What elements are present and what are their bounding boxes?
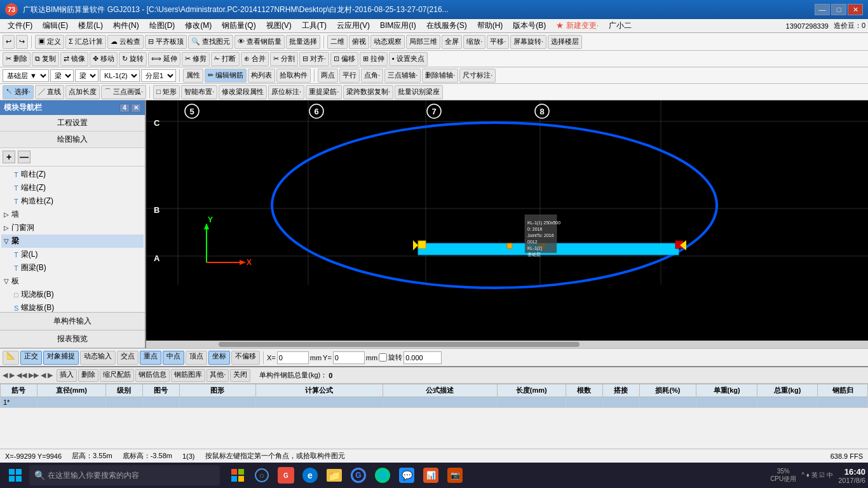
property-button[interactable]: 属性 [183, 69, 203, 83]
tree-item-qiang[interactable]: ▷ 墙 [1, 208, 144, 221]
dynamic-input-button[interactable]: 动态输入 [80, 351, 116, 365]
modify-beam-seg-button[interactable]: 修改梁段属性 [219, 85, 267, 99]
no-offset-button[interactable]: 不偏移 [231, 351, 260, 365]
tree-item-xjban[interactable]: □ 现浇板(B) [11, 288, 144, 301]
copy-button[interactable]: ⧉ 复制 [32, 52, 59, 66]
menu-tools[interactable]: 工具(T) [297, 19, 332, 32]
set-vertex-button[interactable]: ▪ 设置夹点 [389, 52, 428, 66]
rotate-button[interactable]: ↻ 旋转 [119, 52, 147, 66]
single-component-input-btn[interactable]: 单构件输入 [0, 313, 145, 330]
vertex-button[interactable]: 顶点 [186, 351, 207, 365]
report-preview-btn[interactable]: 报表预览 [0, 330, 145, 348]
menu-floor[interactable]: 楼层(L) [73, 19, 108, 32]
midpoint-button[interactable]: 中点 [163, 351, 184, 365]
beam-span-copy-button[interactable]: 梁跨数据复制· [343, 85, 393, 99]
menu-guangxiao[interactable]: 广小二 [604, 19, 637, 32]
canvas-hscrollbar[interactable] [146, 341, 868, 348]
taskbar-app-folder[interactable]: 📁 [323, 464, 346, 487]
align-top-button[interactable]: ⊟ 平齐板顶 [145, 35, 187, 49]
reextract-beam-button[interactable]: 重提梁筋· [306, 85, 342, 99]
taskbar-app-browser2[interactable]: 🌐 [371, 464, 394, 487]
tree-item-quanliang[interactable]: T 圈梁(B) [11, 261, 144, 274]
view-rebar-button[interactable]: 👁 查看钢筋量 [234, 35, 285, 49]
three-arc-button[interactable]: ⌒ 三点画弧· [101, 85, 146, 99]
taskbar-search[interactable]: 🔍 在这里输入你要搜索的内容 [29, 465, 220, 485]
delete-axis-button[interactable]: 删除辅轴· [422, 69, 458, 83]
taskbar-app-edge[interactable]: e [299, 464, 322, 487]
scale-rebar-btn[interactable]: 缩尺配筋 [100, 369, 134, 382]
point-angle-button[interactable]: 点角· [361, 69, 383, 83]
component-subtype-select[interactable]: 梁 [75, 69, 98, 82]
redo-button[interactable]: ↪ [16, 35, 28, 49]
rect-button[interactable]: □ 矩形 [153, 85, 180, 99]
ortho-button[interactable]: 正交 [20, 351, 42, 365]
smart-place-button[interactable]: 智能布置· [181, 85, 217, 99]
intersection-button[interactable]: 交点 [117, 351, 139, 365]
undo-button[interactable]: ↩ [3, 35, 15, 49]
menu-new-change[interactable]: ★ 新建变更· [551, 19, 604, 32]
taskbar-app-msg[interactable]: 💬 [395, 464, 418, 487]
menu-cloud[interactable]: 云应用(V) [332, 19, 375, 32]
rotate-input[interactable] [403, 351, 442, 364]
taskbar-app-google[interactable]: G [347, 464, 370, 487]
coordinate-button[interactable]: 坐标 [208, 351, 230, 365]
menu-component[interactable]: 构件(N) [108, 19, 144, 32]
rebar-table-wrapper[interactable]: 筋号 直径(mm) 级别 图号 图形 计算公式 公式描述 长度(mm) 根数 搭… [0, 384, 868, 449]
y-input[interactable] [333, 351, 365, 364]
split-button[interactable]: ✂ 分割 [270, 52, 298, 66]
menu-rebar-qty[interactable]: 钢筋量(Q) [217, 19, 261, 32]
endpoint-button[interactable]: 重点 [140, 351, 161, 365]
fullscreen-button[interactable]: 全屏 [442, 35, 462, 49]
menu-version[interactable]: 版本号(B) [508, 19, 551, 32]
project-settings-btn[interactable]: 工程设置 [0, 115, 145, 132]
menu-file[interactable]: 文件(F) [3, 19, 37, 32]
rebar-close-btn[interactable]: 关闭 [230, 369, 250, 382]
tree-item-lxban[interactable]: S 螺旋板(B) [11, 301, 144, 312]
offset-button[interactable]: ⊡ 偏移 [330, 52, 358, 66]
parallel-button[interactable]: 平行 [339, 69, 360, 83]
break-button[interactable]: ✁ 打断 [211, 52, 239, 66]
point-length-button[interactable]: 点加长度 [65, 85, 100, 99]
merge-button[interactable]: ⊕ 合并 [241, 52, 269, 66]
align-button[interactable]: ⊟ 对齐· [299, 52, 329, 66]
tree-item-menchuang[interactable]: ▷ 门窗洞 [1, 221, 144, 234]
cloud-check-button[interactable]: ☁ 云检查 [107, 35, 144, 49]
tree-item-liang[interactable]: ▽ 梁 [1, 234, 144, 248]
component-type-select[interactable]: 梁 [50, 69, 74, 82]
menu-view[interactable]: 视图(V) [261, 19, 297, 32]
nav-minus-btn[interactable]: — [18, 151, 31, 163]
move-button[interactable]: ✥ 移动 [90, 52, 118, 66]
tree-item-anzu[interactable]: T 暗柱(Z) [11, 168, 144, 181]
drawing-input-btn[interactable]: 绘图输入 [0, 132, 145, 148]
screen-rotate-button[interactable]: 屏幕旋转· [510, 35, 546, 49]
dimension-button[interactable]: 尺寸标注· [459, 69, 496, 83]
x-input[interactable] [277, 351, 309, 364]
tree-item-liang-l[interactable]: T 梁(L) [11, 248, 144, 261]
local-3d-button[interactable]: 局部三维 [406, 35, 440, 49]
pick-component-button[interactable]: 拾取构件 [276, 69, 311, 83]
find-element-button[interactable]: 🔍 查找图元 [188, 35, 233, 49]
line-button[interactable]: ╱ 直线 [35, 85, 64, 99]
component-list-button[interactable]: 构列表 [248, 69, 275, 83]
mirror-button[interactable]: ⇄ 镜像 [60, 52, 88, 66]
trim-button[interactable]: ✂ 修剪 [182, 52, 210, 66]
menu-draw[interactable]: 绘图(D) [144, 19, 180, 32]
2d-button[interactable]: 二维 [327, 35, 348, 49]
rebar-info-btn[interactable]: 钢筋信息 [135, 369, 170, 382]
taskbar-app-ggj[interactable]: G [275, 464, 297, 487]
top-view-button[interactable]: 俯视 [349, 35, 369, 49]
rebar-row[interactable]: 1* [1, 397, 868, 408]
floor-select-button[interactable]: 选择楼层 [548, 35, 582, 49]
menu-edit[interactable]: 编辑(E) [37, 19, 73, 32]
menu-online[interactable]: 在线服务(S) [421, 19, 472, 32]
select-button[interactable]: ↖ 选择· [3, 85, 34, 99]
menu-help[interactable]: 帮助(H) [472, 19, 508, 32]
start-button[interactable] [3, 464, 28, 487]
rebar-delete-btn[interactable]: 删除 [78, 369, 98, 382]
tree-item-ban[interactable]: ▽ 板 [1, 274, 144, 288]
rebar-insert-btn[interactable]: 插入 [57, 369, 77, 382]
close-button[interactable]: ✕ [848, 4, 863, 15]
canvas-area[interactable]: 5 6 7 8 C B A KL-1(1) 250x500 0: 201 [146, 100, 868, 348]
maximize-button[interactable]: □ [831, 4, 846, 15]
pan-button[interactable]: 平移· [487, 35, 509, 49]
